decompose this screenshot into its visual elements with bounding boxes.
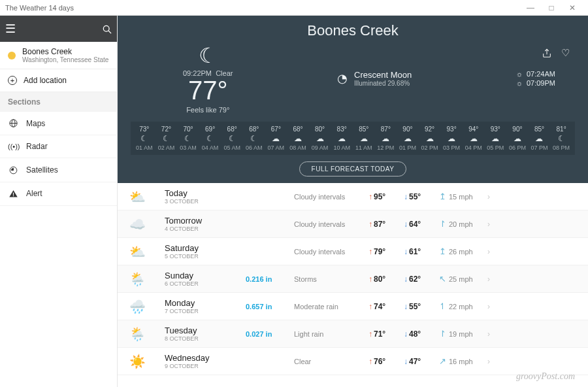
hour-icon: ☁ — [529, 134, 551, 143]
hour-temp: 68° — [287, 126, 309, 133]
hour-cell[interactable]: 72°☾02 AM — [155, 126, 178, 151]
hour-cell[interactable]: 80°☁09 AM — [309, 126, 331, 151]
forecast-row[interactable]: ⛅Today3 OCTOBERCloudy intervals95°55°↥15… — [118, 183, 588, 210]
hour-cell[interactable]: 81°☾08 PM — [550, 126, 572, 151]
hour-cell[interactable]: 92°☁02 PM — [419, 126, 441, 151]
hour-cell[interactable]: 69°☾04 AM — [199, 126, 221, 151]
weather-icon: 🌦️ — [129, 271, 162, 287]
hour-cell[interactable]: 94°☁04 PM — [463, 126, 485, 151]
sidebar-item-satellites[interactable]: Satellites — [0, 158, 117, 182]
hour-cell[interactable]: 73°☾01 AM — [133, 126, 155, 151]
hour-cell[interactable]: 90°☁06 PM — [506, 126, 529, 151]
search-icon[interactable] — [103, 24, 112, 34]
weather-icon: ☁️ — [129, 216, 162, 232]
hour-cell[interactable]: 85°☁07 PM — [529, 126, 551, 151]
hour-icon: ☁ — [485, 134, 507, 143]
hour-label: 10 AM — [331, 144, 353, 151]
low-temp: 61° — [404, 247, 436, 256]
sidebar-topbar: ☰ — [0, 16, 117, 42]
low-temp: 64° — [404, 220, 436, 229]
sunny-dot-icon — [8, 52, 16, 59]
wind-speed: ↾19 mph — [439, 329, 485, 339]
hour-cell[interactable]: 68°☾05 AM — [221, 126, 243, 151]
chevron-right-icon: › — [487, 329, 490, 339]
day-date: 3 OCTOBER — [165, 198, 243, 205]
forecast-row[interactable]: ☁️Tomorrow4 OCTOBERCloudy intervals87°64… — [118, 210, 588, 238]
low-temp: 55° — [404, 192, 436, 201]
chevron-right-icon: › — [487, 302, 490, 311]
hourly-strip[interactable]: 73°☾01 AM72°☾02 AM70°☾03 AM69°☾04 AM68°☾… — [131, 122, 575, 155]
feels-like: Feels like 79° — [186, 106, 229, 114]
condition-label: Moderate rain — [294, 303, 366, 311]
forecast-row[interactable]: ☀️Wednesday9 OCTOBERClear76°47°↗16 mph› — [118, 348, 588, 375]
day-name: Saturday — [165, 243, 243, 253]
svg-line-1 — [108, 31, 111, 33]
maximize-button[interactable]: □ — [541, 3, 562, 12]
hour-cell[interactable]: 83°☁10 AM — [331, 126, 353, 151]
favorite-icon[interactable]: ♡ — [561, 47, 570, 59]
hour-icon: ☁ — [397, 134, 419, 143]
chevron-right-icon: › — [487, 357, 490, 366]
forecast-list[interactable]: ⛅Today3 OCTOBERCloudy intervals95°55°↥15… — [118, 183, 588, 387]
hour-cell[interactable]: 85°☁11 AM — [353, 126, 375, 151]
day-date: 5 OCTOBER — [165, 253, 243, 260]
hour-label: 08 AM — [287, 144, 309, 151]
close-button[interactable]: ✕ — [562, 3, 583, 12]
hour-icon: ☁ — [419, 134, 441, 143]
hour-cell[interactable]: 87°☁12 PM — [375, 126, 397, 151]
sidebar-item-alert[interactable]: Alert — [0, 182, 117, 206]
day-name: Today — [165, 188, 243, 198]
share-icon[interactable] — [542, 47, 552, 59]
hour-temp: 92° — [419, 126, 441, 133]
hour-icon: ☁ — [287, 134, 309, 143]
location-item[interactable]: Boones Creek Washington, Tennessee State — [0, 42, 117, 69]
hour-cell[interactable]: 68°☁08 AM — [287, 126, 309, 151]
sunset-time: 07:09PM — [527, 79, 555, 87]
high-temp: 76° — [368, 357, 401, 366]
hour-cell[interactable]: 68°☾06 AM — [243, 126, 265, 151]
sidebar-item-label: Maps — [26, 119, 45, 128]
high-temp: 95° — [368, 192, 401, 201]
hour-label: 05 AM — [221, 144, 243, 151]
minimize-button[interactable]: — — [520, 3, 541, 12]
wind-speed: ↖25 mph — [439, 274, 485, 284]
weather-icon: ☀️ — [129, 354, 162, 369]
weather-icon: 🌧️ — [129, 299, 162, 314]
full-forecast-button[interactable]: FULL FORECAST TODAY — [299, 161, 407, 177]
low-temp: 62° — [404, 275, 436, 284]
forecast-row[interactable]: 🌦️Tuesday8 OCTOBER0.027 inLight rain71°4… — [118, 320, 588, 348]
forecast-row[interactable]: 🌧️Monday7 OCTOBER0.657 inModerate rain74… — [118, 293, 588, 320]
hour-temp: 93° — [440, 126, 463, 133]
hour-cell[interactable]: 93°☁05 PM — [485, 126, 507, 151]
hour-label: 12 PM — [375, 144, 397, 151]
hamburger-icon[interactable]: ☰ — [5, 22, 16, 36]
sidebar-item-radar[interactable]: ((•))Radar — [0, 135, 117, 158]
hour-icon: ☾ — [243, 134, 265, 143]
hour-label: 04 AM — [199, 144, 221, 151]
high-temp: 80° — [368, 275, 401, 284]
day-date: 4 OCTOBER — [165, 226, 243, 232]
current-temp: 77° — [188, 77, 228, 103]
hour-cell[interactable]: 70°☾03 AM — [177, 126, 199, 151]
hour-cell[interactable]: 67°☁07 AM — [265, 126, 287, 151]
high-temp: 74° — [368, 302, 401, 311]
forecast-row[interactable]: 🌦️Sunday6 OCTOBER0.216 inStorms80°62°↖25… — [118, 265, 588, 293]
chevron-right-icon: › — [487, 275, 490, 284]
day-date: 8 OCTOBER — [165, 335, 243, 342]
hour-temp: 87° — [375, 126, 397, 133]
day-name: Tuesday — [165, 326, 243, 335]
forecast-row[interactable]: ⛅Saturday5 OCTOBERCloudy intervals79°61°… — [118, 238, 588, 265]
day-date: 6 OCTOBER — [165, 280, 243, 287]
add-location-button[interactable]: + Add location — [0, 69, 117, 92]
hour-cell[interactable]: 90°☁01 PM — [397, 126, 419, 151]
hour-cell[interactable]: 93°☁03 PM — [440, 126, 463, 151]
hour-temp: 68° — [221, 126, 243, 133]
precipitation: 0.216 in — [246, 275, 291, 283]
sidebar-item-label: Alert — [26, 189, 42, 198]
main-panel: Boones Creek ♡ ☾ 09:22PM Clear 77° Feels… — [118, 16, 588, 387]
condition-label: Cloudy intervals — [294, 193, 366, 201]
condition-label: Cloudy intervals — [294, 220, 366, 228]
sunset-icon: ☼ — [516, 79, 523, 87]
sun-times: ☼07:24AM ☼07:09PM — [516, 69, 555, 88]
sidebar-item-maps[interactable]: Maps — [0, 112, 117, 135]
